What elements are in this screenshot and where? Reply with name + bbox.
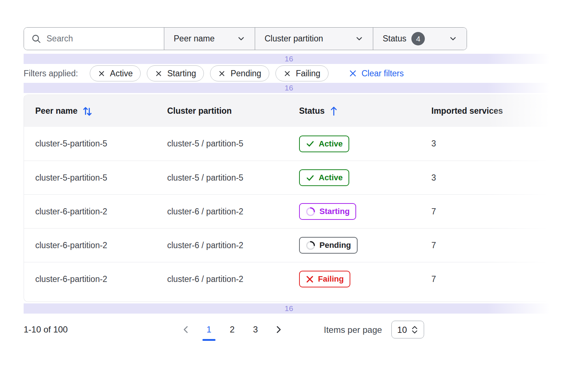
cell-imported-services: 3 [431, 139, 554, 149]
status-filter-label: Status [383, 34, 406, 44]
filter-chip[interactable]: Pending [210, 65, 269, 81]
peer-name-filter-label: Peer name [174, 34, 215, 44]
status-badge-label: Starting [319, 207, 350, 216]
spinner-icon [306, 207, 315, 217]
spacing-marker-value: 16 [285, 84, 293, 92]
cell-cluster-partition: cluster-6 / partition-2 [167, 207, 299, 217]
pagination-bar: 1-10 of 100 123 Items per page 10 [24, 319, 554, 340]
column-header-label: Imported services [431, 106, 503, 116]
next-page-button[interactable] [271, 322, 287, 338]
filter-chip-label: Pending [230, 69, 261, 78]
filter-chip-label: Failing [296, 69, 321, 78]
chevron-down-icon [355, 35, 363, 43]
spinner-icon [306, 241, 315, 250]
column-header-label: Peer name [35, 106, 77, 116]
chevron-right-icon [275, 324, 283, 335]
spacing-marker-band: 16 [24, 54, 554, 64]
cell-imported-services: 7 [431, 274, 554, 284]
filter-chip[interactable]: Failing [275, 65, 329, 81]
page-number-2[interactable]: 2 [224, 322, 240, 338]
cell-peer-name: cluster-6-partition-2 [35, 241, 167, 250]
chip-remove-x-icon[interactable] [218, 70, 226, 77]
status-badge: Pending [299, 237, 358, 254]
table-row[interactable]: cluster-5-partition-5 cluster-5 / partit… [24, 161, 554, 194]
status-badge: Starting [299, 203, 356, 220]
filter-chip[interactable]: Active [90, 65, 141, 81]
clear-filters-label: Clear filters [362, 69, 404, 78]
table-header-row: Peer name Cluster partition Status [24, 95, 554, 127]
page-numbers: 123 [197, 322, 267, 338]
cell-peer-name: cluster-6-partition-2 [35, 274, 167, 284]
page-number-3[interactable]: 3 [247, 322, 263, 338]
status-filter-dropdown[interactable]: Status 4 [373, 28, 467, 50]
x-icon [306, 275, 314, 283]
spacing-marker-value: 16 [285, 304, 293, 313]
peer-name-filter-dropdown[interactable]: Peer name [164, 28, 255, 50]
items-per-page-select[interactable]: 10 [391, 321, 424, 339]
cluster-partition-filter-label: Cluster partition [265, 34, 323, 44]
column-header-label: Status [299, 106, 325, 116]
cell-cluster-partition: cluster-5 / partition-5 [167, 173, 299, 183]
status-badge: Active [299, 169, 349, 186]
peers-table: Peer name Cluster partition Status [24, 94, 554, 302]
status-badge: Active [299, 136, 349, 152]
filter-chip-label: Active [110, 69, 133, 78]
page-number-1[interactable]: 1 [201, 322, 217, 338]
filters-applied-label: Filters applied: [24, 69, 78, 78]
table-row[interactable]: cluster-6-partition-2 cluster-6 / partit… [24, 228, 554, 262]
items-per-page-control: Items per page 10 [324, 321, 424, 339]
cell-status: Active [299, 136, 431, 152]
cluster-partition-filter-dropdown[interactable]: Cluster partition [255, 28, 373, 50]
status-badge-label: Pending [319, 241, 351, 250]
page-content: Peer name Cluster partition Status 4 16 … [24, 27, 554, 340]
cell-imported-services: 7 [431, 207, 554, 217]
cell-imported-services: 3 [431, 173, 554, 183]
status-badge-label: Active [319, 139, 343, 149]
check-icon [306, 139, 315, 148]
table-row[interactable]: cluster-6-partition-2 cluster-6 / partit… [24, 194, 554, 228]
column-header-status[interactable]: Status [299, 106, 431, 116]
sort-both-icon[interactable] [82, 105, 93, 117]
status-filter-count-badge: 4 [411, 32, 425, 45]
chevron-down-icon [449, 35, 457, 43]
items-per-page-label: Items per page [324, 324, 382, 335]
column-header-peer-name[interactable]: Peer name [35, 105, 167, 117]
column-header-imported-services[interactable]: Imported services [431, 106, 554, 116]
cell-cluster-partition: cluster-6 / partition-2 [167, 274, 299, 284]
status-badge-label: Failing [318, 274, 344, 284]
chevron-left-icon [182, 324, 190, 335]
search-input[interactable] [47, 34, 157, 44]
column-header-label: Cluster partition [167, 106, 232, 116]
cell-peer-name: cluster-6-partition-2 [35, 207, 167, 217]
chevron-down-icon [237, 35, 245, 43]
chip-remove-x-icon[interactable] [98, 70, 105, 77]
cell-peer-name: cluster-5-partition-5 [35, 173, 167, 183]
cell-status: Failing [299, 271, 431, 287]
pagination-range-label: 1-10 of 100 [24, 324, 68, 335]
chip-remove-x-icon[interactable] [155, 70, 162, 77]
clear-filters-link[interactable]: Clear filters [349, 69, 404, 78]
spacing-marker-value: 16 [285, 55, 293, 63]
chip-remove-x-icon[interactable] [283, 70, 291, 77]
filter-chip[interactable]: Starting [147, 65, 204, 81]
cell-peer-name: cluster-5-partition-5 [35, 139, 167, 149]
stepper-chevrons-icon [411, 325, 418, 334]
peered-clusters-page: Peer name Cluster partition Status 4 16 … [0, 0, 588, 367]
items-per-page-value: 10 [397, 324, 407, 335]
cell-imported-services: 7 [431, 241, 554, 250]
cell-status: Active [299, 169, 431, 186]
table-row[interactable]: cluster-6-partition-2 cluster-6 / partit… [24, 262, 554, 296]
filter-toolbar: Peer name Cluster partition Status 4 [24, 27, 467, 50]
cell-status: Pending [299, 237, 431, 254]
clear-filters-x-icon [349, 69, 357, 77]
search-box[interactable] [24, 28, 164, 50]
filter-chips: Active Starting Pending Failing [90, 65, 329, 81]
table-body: cluster-5-partition-5 cluster-5 / partit… [24, 127, 554, 302]
table-row[interactable]: cluster-5-partition-5 cluster-5 / partit… [24, 127, 554, 161]
sort-ascending-icon[interactable] [329, 106, 339, 116]
spacing-marker-band: 16 [24, 303, 554, 314]
cell-status: Starting [299, 203, 431, 220]
status-badge: Failing [299, 271, 350, 287]
column-header-cluster-partition[interactable]: Cluster partition [167, 106, 299, 116]
previous-page-button[interactable] [178, 322, 194, 338]
